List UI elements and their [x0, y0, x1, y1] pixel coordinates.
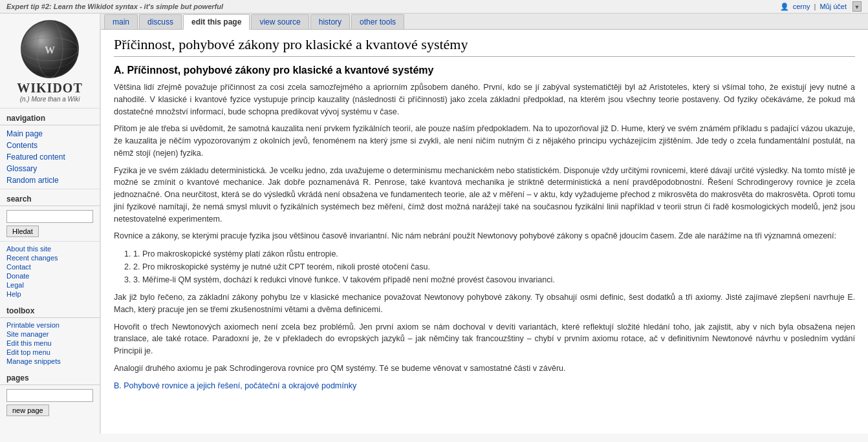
new-page-button[interactable]: new page [6, 405, 49, 416]
tab-edit-this-page[interactable]: edit this page [183, 14, 250, 30]
tab-history[interactable]: history [310, 14, 350, 29]
paragraph-2: Přitom je ale třeba si uvědomit, že samo… [114, 123, 855, 159]
search-input[interactable] [6, 210, 93, 223]
about-link[interactable]: About this site [6, 244, 100, 253]
globe-svg: W [21, 20, 79, 78]
edit-top-menu-link[interactable]: Edit top menu [6, 348, 100, 357]
search-area: Hledat [0, 206, 100, 242]
section-b-link[interactable]: B. Pohybové rovnice a jejich řešení, poč… [114, 381, 356, 390]
edit-menu-link[interactable]: Edit this menu [6, 339, 100, 348]
paragraph-4: Rovnice a zákony, se kterými pracuje fyz… [114, 230, 855, 242]
my-account-link[interactable]: Můj účet [819, 3, 847, 10]
list-item-1: 1. Pro makroskopické systémy platí zákon… [133, 247, 855, 260]
logo-area: W WIKIDOT (n.) More than a Wiki [0, 14, 100, 109]
nav-links: Main page Contents Featured content Glos… [0, 125, 100, 189]
nav-random[interactable]: Random article [0, 174, 100, 186]
nav-featured[interactable]: Featured content [0, 151, 100, 163]
section-b-link-para: B. Pohybové rovnice a jejich řešení, poč… [114, 380, 855, 392]
svg-text:W: W [45, 45, 55, 56]
help-link[interactable]: Help [6, 289, 100, 299]
new-page-input[interactable] [6, 389, 93, 402]
section-a-title: A. Příčinnost, pohybové zákony pro klasi… [114, 65, 855, 76]
pages-section-title: pages [0, 368, 100, 385]
main-content: main discuss edit this page view source … [100, 14, 868, 434]
tab-view-source[interactable]: view source [251, 14, 309, 29]
legal-link[interactable]: Legal [6, 280, 100, 289]
search-section-title: search [0, 189, 100, 206]
new-page-area: new page [0, 385, 100, 420]
separator: | [814, 3, 816, 10]
layout: W WIKIDOT (n.) More than a Wiki navigati… [0, 14, 868, 434]
list-item-2: 2. Pro mikroskopické systémy je nutné už… [133, 260, 855, 273]
toolbox-links: Printable version Site manager Edit this… [0, 318, 100, 368]
paragraph-3: Fyzika je ve svém základu deterministick… [114, 165, 855, 226]
user-area: 👤 cerny | Můj účet ▼ [780, 1, 862, 12]
paragraph-1: Většina lidí zřejmě považuje příčinnost … [114, 81, 855, 118]
recent-changes-link[interactable]: Recent changes [6, 253, 100, 262]
expert-tip-rest: Learn the Wikidot syntax - it's simple b… [52, 3, 223, 10]
manage-snippets-link[interactable]: Manage snippets [6, 357, 100, 366]
tab-main[interactable]: main [104, 14, 138, 29]
nav-main-page[interactable]: Main page [0, 128, 100, 140]
site-manager-link[interactable]: Site manager [6, 330, 100, 339]
top-bar: Expert tip #2: Learn the Wikidot syntax … [0, 0, 868, 14]
article-title: Příčinnost, pohybové zákony pro klasické… [114, 36, 855, 57]
paragraph-6: Hovořit o třech Newtonových axiomech nen… [114, 321, 855, 357]
paragraph-5: Jak již bylo řečeno, za základní zákony … [114, 291, 855, 316]
account-dropdown-icon[interactable]: ▼ [852, 1, 862, 12]
user-icon: 👤 [780, 3, 789, 11]
tab-discuss[interactable]: discuss [139, 14, 182, 29]
sidebar: W WIKIDOT (n.) More than a Wiki navigati… [0, 14, 100, 434]
logo-subtitle: (n.) More than a Wiki [20, 96, 80, 103]
expert-tip-bold: Expert tip #2: [6, 3, 52, 10]
printable-version-link[interactable]: Printable version [6, 321, 100, 330]
tabs-bar: main discuss edit this page view source … [101, 14, 868, 30]
username-link[interactable]: cerny [793, 3, 810, 10]
nav-contents[interactable]: Contents [0, 140, 100, 151]
paragraph-7: Analogií druhého axiomu je pak Schroding… [114, 363, 855, 375]
donate-link[interactable]: Donate [6, 271, 100, 280]
sub-links: About this site Recent changes Contact D… [0, 242, 100, 301]
nav-section-title: navigation [0, 109, 100, 125]
article: Příčinnost, pohybové zákony pro klasické… [101, 30, 868, 410]
search-button[interactable]: Hledat [6, 226, 39, 237]
contact-link[interactable]: Contact [6, 262, 100, 271]
expert-tip: Expert tip #2: Learn the Wikidot syntax … [6, 3, 223, 10]
logo-globe: W [21, 20, 79, 78]
tab-other-tools[interactable]: other tools [351, 14, 404, 29]
nav-glossary[interactable]: Glossary [0, 163, 100, 174]
list: 1. Pro makroskopické systémy platí zákon… [133, 247, 855, 286]
logo-text: WIKIDOT [17, 81, 82, 96]
toolbox-section-title: toolbox [0, 301, 100, 318]
list-item-3: 3. Měříme-li QM systém, dochází k redukc… [133, 273, 855, 286]
